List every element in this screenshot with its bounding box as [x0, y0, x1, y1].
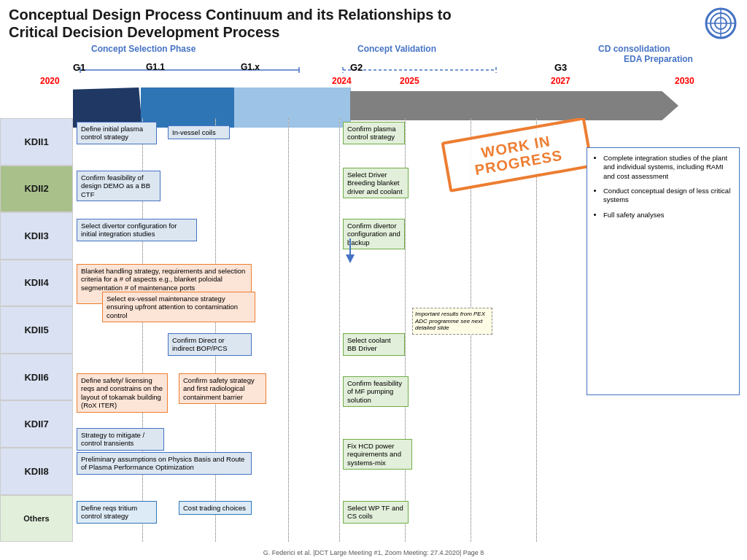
important-results-box: Important results from PEX ADC programme…: [412, 308, 492, 335]
header: Conceptual Design Process Continuum and …: [0, 0, 747, 44]
task-mitigate-transients: Strategy to mitigate / control transient…: [77, 428, 164, 451]
row-labels: KDII1 KDII2 KDII3 KDII4 KDII5 KDII6 KDII…: [0, 118, 73, 542]
wip-stamp: WORK IN PROGRESS: [441, 118, 593, 192]
main-content: KDII1 KDII2 KDII3 KDII4 KDII5 KDII6 KDII…: [0, 118, 747, 542]
gate-g3: G3: [554, 62, 567, 73]
arrow-divertor: [350, 238, 372, 264]
bottom-year-2021: 2021: [118, 540, 136, 542]
row-label-kdii6: KDII6: [0, 354, 73, 401]
task-confirm-bop: Confirm Direct or indirect BOP/PCS: [168, 333, 252, 356]
right-panel-item-2: Conduct conceptual design of less critic…: [603, 187, 733, 205]
year-2024a: 2024: [332, 76, 352, 86]
row-label-kdii3: KDII3: [0, 212, 73, 260]
bottom-year-2022: 2022: [191, 540, 209, 542]
task-select-divertor-config: Select divertor configuration for initia…: [77, 219, 197, 241]
task-invessel-coils: In-vessel coils: [168, 125, 230, 139]
row-label-kdii2: KDII2: [0, 166, 73, 213]
task-cost-trading-choices: Cost trading choices: [179, 501, 252, 515]
right-panel-item-1: Complete integration studies of the plan…: [603, 154, 733, 181]
year-2025a: 2025: [400, 76, 419, 86]
phase-concept-selection-label: Concept Selection Phase: [91, 44, 196, 54]
task-confirm-mf-pumping: Confirm feasibility of MF pumping soluti…: [343, 376, 409, 407]
year-2027a: 2027: [551, 76, 570, 86]
gate-g2: G2: [350, 62, 363, 73]
row-label-kdii1: KDII1: [0, 118, 73, 166]
task-confirm-safety-strategy: Confirm safety strategy and first radiol…: [179, 373, 266, 404]
task-fix-hcd-power: Fix HCD power requirements and systems-m…: [343, 439, 412, 470]
task-confirm-feasibility-demo: Confirm feasibility of design DEMO as a …: [77, 171, 160, 201]
bottom-year-2026: 2026: [471, 540, 488, 542]
grid-line-2022: [215, 118, 216, 542]
footer: G. Federici et al. |DCT Large Meeting #1…: [0, 545, 747, 560]
tl-bar-arrow: [350, 91, 678, 120]
row-label-kdii5: KDII5: [0, 306, 73, 354]
grid-line-2024: [339, 118, 340, 542]
year-2030: 2030: [675, 76, 694, 86]
task-define-tritium-reqs: Define reqs tritium control strategy: [77, 501, 157, 524]
grid-line-2023: [288, 118, 289, 542]
right-panel-list: Complete integration studies of the plan…: [593, 154, 733, 219]
gate-g11: G1.1: [146, 62, 165, 72]
task-select-driver-bb: Select Driver Breeding blanket driver an…: [343, 168, 409, 198]
task-define-plasma-control: Define initial plasma control strategy: [77, 122, 157, 144]
row-label-kdii4: KDII4: [0, 260, 73, 307]
task-physics-basis: Preliminary assumptions on Physics Basis…: [77, 452, 252, 475]
task-exvessel-maintenance: Select ex-vessel maintenance strategy en…: [102, 292, 255, 322]
task-select-wp-tf: Select WP TF and CS coils: [343, 501, 409, 524]
wip-text: WORK IN PROGRESS: [446, 127, 589, 183]
page-title: Conceptual Design Process Continuum and …: [9, 6, 452, 41]
bottom-year-2027: 2027: [536, 540, 554, 542]
row-label-kdii7: KDII7: [0, 400, 73, 448]
task-select-coolant-bb: Select coolant BB Driver: [343, 333, 405, 356]
bottom-year-2023: 2023: [259, 540, 276, 542]
right-panel-item-3: Full safety analyses: [603, 211, 733, 219]
grid-area: Define initial plasma control strategy I…: [73, 118, 747, 542]
bottom-year-2024: 2024: [339, 540, 357, 542]
right-panel: Complete integration studies of the plan…: [587, 147, 740, 395]
grid-line-2027: [536, 118, 537, 542]
task-confirm-plasma-control: Confirm plasma control strategy: [343, 122, 405, 144]
bottom-year-2025: 2025: [405, 540, 422, 542]
logo-icon: [703, 6, 738, 41]
phase-concept-validation-label: Concept Validation: [357, 44, 436, 54]
task-define-safety-licensing: Define safety/ licensing reqs and constr…: [77, 373, 168, 413]
gate-g1x: G1.x: [241, 62, 260, 72]
year-2020: 2020: [40, 76, 60, 86]
gate-g1: G1: [73, 62, 85, 73]
phase-cd-label: CD consolidation: [598, 44, 670, 54]
row-label-kdii8: KDII8: [0, 448, 73, 495]
row-label-others: Others: [0, 495, 73, 542]
